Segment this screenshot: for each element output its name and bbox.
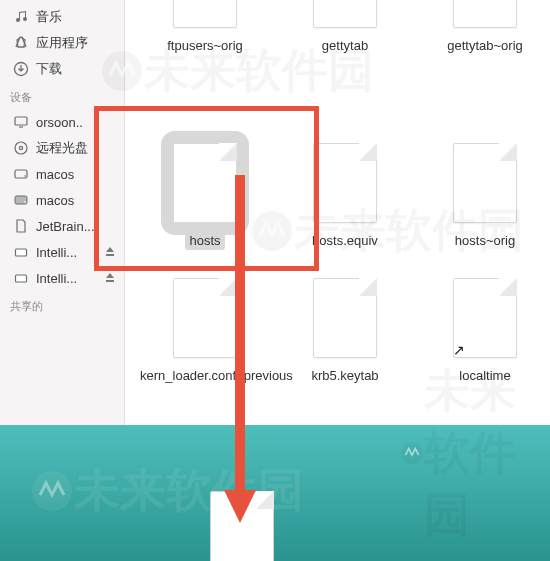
disk-gray-icon [12,191,30,209]
sidebar-item-label: 音乐 [36,8,62,26]
file-icon: ↗ [453,278,517,358]
file-label: hosts.equiv [312,233,378,250]
alias-arrow-icon: ↗ [453,342,465,358]
sidebar-item-intellij-2[interactable]: Intelli... [0,265,124,291]
sidebar-item-music[interactable]: 音乐 [0,4,124,30]
file-label: hosts [185,233,224,250]
svg-rect-4 [15,170,27,178]
disk-icon [12,165,30,183]
file-label: kern_loader.conf~previous [140,368,270,385]
imac-icon [12,113,30,131]
sidebar-item-jetbrains[interactable]: JetBrain... [0,213,124,239]
apps-icon [12,34,30,52]
music-icon [12,8,30,26]
sidebar-item-label: macos [36,193,74,208]
svg-point-5 [24,175,26,177]
file-label: gettytab~orig [447,38,523,55]
file-label: gettytab [322,38,368,55]
file-item[interactable]: gettytab~orig [415,0,550,135]
sidebar-item-intellij-1[interactable]: Intelli... [0,239,124,265]
svg-rect-6 [15,196,27,204]
file-icon [173,278,237,358]
desktop-dragged-file[interactable] [210,491,274,561]
sidebar-item-label: macos [36,167,74,182]
drive-icon [12,269,30,287]
eject-icon[interactable] [104,271,116,286]
doc-icon [12,217,30,235]
file-label: localtime [459,368,510,385]
file-grid-area[interactable]: ftpusers~orig gettytab gettytab~orig hos… [125,0,550,425]
file-item[interactable]: hosts.equiv [275,135,415,270]
svg-point-7 [24,201,26,203]
sidebar: 音乐 应用程序 下载 设备 orsoon.. 远程光盘 [0,0,125,425]
file-item[interactable]: gettytab [275,0,415,135]
sidebar-item-label: 应用程序 [36,34,88,52]
svg-point-3 [19,146,22,149]
file-item[interactable]: kern_loader.conf~previous [135,270,275,405]
svg-rect-8 [16,249,27,256]
section-shared: 共享的 [0,291,124,318]
file-item[interactable]: ↗ localtime [415,270,550,405]
file-item[interactable]: krb5.keytab [275,270,415,405]
sidebar-item-label: JetBrain... [36,219,95,234]
file-label: hosts~orig [455,233,515,250]
sidebar-item-label: 远程光盘 [36,139,88,157]
file-label: ftpusers~orig [167,38,243,55]
sidebar-item-orsoon[interactable]: orsoon.. [0,109,124,135]
file-grid: ftpusers~orig gettytab gettytab~orig hos… [135,0,540,405]
sidebar-item-remote-disc[interactable]: 远程光盘 [0,135,124,161]
file-icon [173,143,237,223]
svg-point-2 [15,142,27,154]
sidebar-item-macos-2[interactable]: macos [0,187,124,213]
section-devices: 设备 [0,82,124,109]
file-label: krb5.keytab [311,368,378,385]
sidebar-item-label: 下载 [36,60,62,78]
drive-icon [12,243,30,261]
file-icon [313,0,377,28]
disc-icon [12,139,30,157]
svg-rect-1 [15,117,27,125]
sidebar-item-applications[interactable]: 应用程序 [0,30,124,56]
file-item[interactable]: ftpusers~orig [135,0,275,135]
file-icon [313,278,377,358]
file-icon [313,143,377,223]
sidebar-item-macos-1[interactable]: macos [0,161,124,187]
eject-icon[interactable] [104,245,116,260]
sidebar-item-label: orsoon.. [36,115,83,130]
desktop-area[interactable] [0,425,550,561]
sidebar-item-label: Intelli... [36,271,77,286]
file-icon [453,0,517,28]
file-icon [453,143,517,223]
file-icon [173,0,237,28]
sidebar-item-label: Intelli... [36,245,77,260]
file-item-hosts[interactable]: hosts [135,135,275,270]
file-item[interactable]: hosts~orig [415,135,550,270]
finder-window: 音乐 应用程序 下载 设备 orsoon.. 远程光盘 [0,0,550,425]
downloads-icon [12,60,30,78]
sidebar-item-downloads[interactable]: 下载 [0,56,124,82]
svg-rect-9 [16,275,27,282]
